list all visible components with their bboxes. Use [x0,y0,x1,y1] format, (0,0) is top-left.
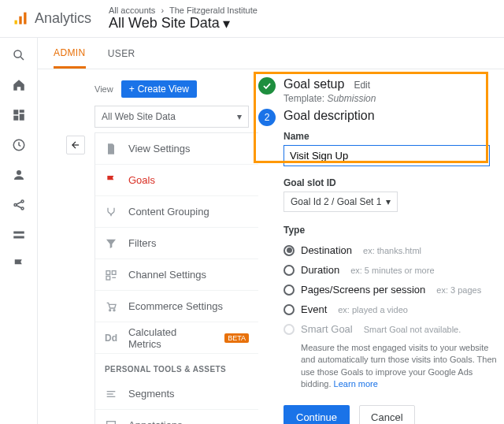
svg-line-14 [17,202,21,204]
crumb-view: All Web Site Data [109,15,220,32]
type-duration[interactable]: Durationex: 5 minutes or more [284,260,501,280]
svg-rect-2 [24,12,26,24]
menu-label: Goals [128,174,155,186]
type-event[interactable]: Eventex: played a video [284,299,501,319]
conversions-flag-icon[interactable] [11,257,27,273]
type-destination[interactable]: Destinationex: thanks.html [284,240,501,260]
create-view-label: Create View [138,84,189,95]
svg-point-24 [113,309,115,311]
radio-icon [284,265,295,276]
annotation-icon [105,419,119,425]
document-icon [105,143,119,155]
product-name: Analytics [35,10,91,27]
menu-channel-settings[interactable]: Channel Settings [95,259,258,291]
smart-goal-description: Measure the most engaged visits to your … [301,342,501,391]
dashboard-icon[interactable] [11,107,27,123]
back-button[interactable] [66,136,85,154]
menu-label: Filters [128,237,156,249]
chevron-right-icon: › [161,6,164,15]
menu-label: Content Grouping [128,206,209,218]
admin-tabs: ADMIN USER [38,38,504,69]
menu-ecommerce-settings[interactable]: Ecommerce Settings [95,291,258,322]
svg-rect-5 [13,110,18,114]
type-example: ex: 5 minutes or more [350,266,434,275]
step2-title: Goal description [284,109,375,123]
account-picker[interactable]: All accounts › The Fitzgerald Institute … [109,6,258,32]
view-column: View + Create View All Web Site Data ▾ V… [38,69,258,424]
funnel-icon [105,237,119,250]
type-label: Smart Goal [301,323,353,335]
check-icon [258,77,276,95]
menu-label: Calculated Metrics [128,326,212,350]
type-example: ex: thanks.html [363,246,421,255]
menu-content-grouping[interactable]: Content Grouping [95,196,258,228]
goal-name-input[interactable] [284,145,490,166]
search-icon[interactable] [11,47,27,63]
menu-label: Ecommerce Settings [128,300,223,312]
type-label: Event [301,303,327,315]
app-header: Analytics All accounts › The Fitzgerald … [0,0,504,38]
svg-point-13 [21,207,24,210]
menu-label: Annotations [128,419,183,424]
menu-calculated-metrics[interactable]: DdCalculated MetricsBETA [95,322,258,354]
create-view-button[interactable]: + Create View [121,80,197,98]
clock-icon[interactable] [11,137,27,153]
menu-label: Segments [128,388,175,400]
view-label: View [94,84,113,94]
behavior-icon[interactable] [11,227,27,243]
radio-icon [284,324,295,335]
user-icon[interactable] [11,167,27,183]
tab-admin[interactable]: ADMIN [54,47,86,69]
product-logo: Analytics [13,10,91,27]
crumb-all-accounts: All accounts [109,6,155,15]
acquisition-icon[interactable] [11,197,27,213]
menu-label: View Settings [128,143,191,154]
plus-icon: + [129,84,135,95]
type-label: Duration [301,264,339,276]
svg-rect-28 [107,421,116,424]
svg-point-11 [14,204,17,206]
svg-point-23 [109,309,111,311]
step2-number-badge: 2 [258,109,276,126]
goal-slot-dropdown[interactable]: Goal Id 2 / Goal Set 1 ▾ [284,192,398,212]
continue-button[interactable]: Continue [284,405,350,424]
menu-filters[interactable]: Filters [95,228,258,259]
caret-down-icon: ▾ [386,196,391,207]
home-icon[interactable] [11,77,27,93]
svg-line-15 [17,206,21,208]
step-goal-setup: Goal setup Edit Template: Submission [258,77,501,104]
menu-view-settings[interactable]: View Settings [95,133,258,165]
step-goal-description: 2 Goal description Name Goal slot ID Goa… [258,109,501,424]
branch-icon [105,206,119,218]
menu-section-personal: PERSONAL TOOLS & ASSETS [95,354,258,378]
type-note: Smart Goal not available. [364,325,461,334]
type-label: Destination [301,244,352,256]
analytics-logo-icon [13,11,28,27]
type-field-label: Type [284,225,501,236]
goal-type-radiogroup: Destinationex: thanks.html Durationex: 5… [284,240,501,339]
step1-template-value: Submission [327,93,376,104]
tab-user[interactable]: USER [108,48,135,69]
svg-rect-6 [19,110,24,113]
menu-goals[interactable]: Goals [95,165,258,196]
crumb-account: The Fitzgerald Institute [169,6,258,15]
menu-annotations[interactable]: Annotations [95,410,258,424]
left-nav-rail [0,38,38,424]
menu-segments[interactable]: Segments [95,378,258,410]
caret-down-icon: ▾ [237,111,242,122]
view-selector-dropdown[interactable]: All Web Site Data ▾ [94,106,249,128]
svg-line-4 [20,57,24,60]
svg-rect-1 [19,16,21,24]
radio-icon [284,285,295,296]
name-field-label: Name [284,131,501,142]
svg-point-12 [21,200,24,203]
type-example: ex: 3 pages [436,285,481,295]
step1-edit-link[interactable]: Edit [354,80,370,91]
radio-icon [284,245,295,256]
caret-down-icon: ▾ [223,15,230,32]
view-selector-value: All Web Site Data [102,111,176,122]
type-pages[interactable]: Pages/Screens per sessionex: 3 pages [284,280,501,299]
learn-more-link[interactable]: Learn more [334,379,378,389]
svg-rect-16 [13,232,24,234]
cancel-button[interactable]: Cancel [359,405,414,424]
